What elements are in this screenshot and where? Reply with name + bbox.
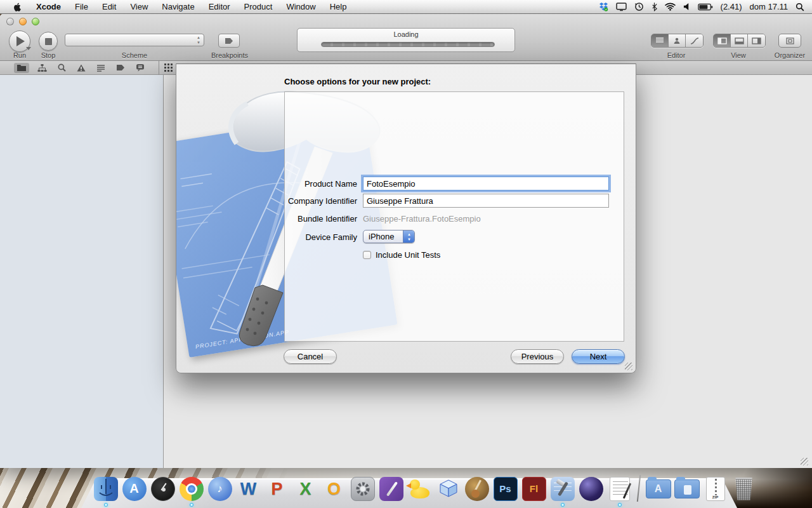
- dock-documents-folder[interactable]: [674, 476, 700, 502]
- wifi-icon[interactable]: [665, 3, 676, 11]
- symbol-navigator-icon[interactable]: [37, 64, 47, 72]
- stop-label: Stop: [41, 51, 56, 59]
- next-button[interactable]: Next: [572, 349, 625, 364]
- zip-archive-icon: ZIP: [706, 477, 725, 501]
- dock-word[interactable]: W: [235, 476, 261, 502]
- dock-flash[interactable]: Fl: [521, 476, 547, 502]
- menu-product[interactable]: Product: [237, 0, 280, 14]
- device-family-label: Device Family: [285, 232, 357, 242]
- dock-excel[interactable]: X: [292, 476, 318, 502]
- dock-applications-folder[interactable]: A: [645, 476, 671, 502]
- dock-divider[interactable]: [637, 475, 641, 502]
- dock-photoshop[interactable]: Ps: [492, 476, 518, 502]
- dock-xcode[interactable]: [549, 476, 575, 502]
- device-family-popup[interactable]: iPhone ▲▼: [363, 230, 415, 243]
- utilities-view-segment[interactable]: [748, 34, 765, 47]
- dock-cyberduck[interactable]: [407, 476, 433, 502]
- menu-editor[interactable]: Editor: [202, 0, 237, 14]
- minimize-button[interactable]: [19, 18, 27, 25]
- breakpoint-icon: [225, 37, 234, 44]
- sheet-resize-grip[interactable]: [625, 363, 632, 370]
- dock-itunes[interactable]: ♪: [207, 476, 233, 502]
- dock-eclipse[interactable]: [578, 476, 604, 502]
- dock-virtualbox[interactable]: [435, 476, 461, 502]
- menu-navigate[interactable]: Navigate: [155, 0, 201, 14]
- screen: Xcode File Edit View Navigate Editor Pro…: [0, 0, 812, 508]
- dock-textedit[interactable]: [606, 476, 632, 502]
- close-button[interactable]: [6, 18, 14, 25]
- spotlight-icon[interactable]: [796, 3, 804, 11]
- scheme-popup[interactable]: ▲▼: [65, 34, 204, 46]
- menu-clock[interactable]: dom 17.11: [750, 2, 788, 11]
- dock-powerpoint[interactable]: P: [264, 476, 290, 502]
- version-editor-segment[interactable]: [686, 34, 703, 47]
- battery-time-label[interactable]: (2.41): [721, 2, 742, 11]
- dock-dashboard[interactable]: [150, 476, 176, 502]
- menu-help[interactable]: Help: [323, 0, 354, 14]
- debug-navigator-icon[interactable]: [136, 64, 145, 72]
- zoom-button[interactable]: [32, 18, 39, 25]
- bundle-identifier-label: Bundle Identifier: [285, 214, 357, 224]
- related-items-icon[interactable]: [164, 64, 173, 72]
- options-panel: Product Name Company Identifier Bundle I…: [284, 91, 624, 342]
- dock-zip-archive[interactable]: ZIP: [702, 476, 728, 502]
- menu-xcode[interactable]: Xcode: [29, 0, 68, 14]
- navigator-view-segment[interactable]: [714, 34, 731, 47]
- run-dropdown-caret-icon: [26, 47, 31, 50]
- run-button[interactable]: [9, 30, 30, 52]
- organizer-button[interactable]: [778, 34, 801, 48]
- organizer-label: Organizer: [775, 51, 805, 59]
- itunes-icon: ♪: [208, 477, 232, 501]
- log-navigator-icon[interactable]: [96, 64, 105, 72]
- system-preferences-icon: [351, 477, 375, 501]
- dock-finder[interactable]: [93, 476, 119, 502]
- documents-folder-icon: [674, 479, 700, 498]
- pixel-editor-icon: [379, 477, 403, 501]
- assistant-editor-segment[interactable]: [669, 34, 686, 47]
- window-resize-grip[interactable]: [801, 458, 808, 465]
- menu-file[interactable]: File: [68, 0, 95, 14]
- breakpoints-button[interactable]: [218, 34, 240, 48]
- dock-outlook[interactable]: O: [321, 476, 347, 502]
- standard-editor-segment[interactable]: [652, 34, 669, 47]
- cancel-button[interactable]: Cancel: [284, 349, 337, 364]
- search-navigator-icon[interactable]: [58, 64, 66, 72]
- eclipse-icon: [579, 477, 603, 501]
- bluetooth-icon[interactable]: [652, 2, 657, 11]
- issue-navigator-icon[interactable]: [77, 64, 86, 72]
- project-navigator-icon[interactable]: [14, 63, 29, 73]
- word-icon: W: [240, 477, 256, 501]
- menu-view[interactable]: View: [123, 0, 155, 14]
- menu-window[interactable]: Window: [279, 0, 322, 14]
- dock-app-store[interactable]: A: [121, 476, 147, 502]
- view-label: View: [731, 51, 746, 59]
- dropbox-icon[interactable]: [599, 2, 608, 11]
- volume-icon[interactable]: [683, 3, 690, 11]
- textedit-icon: [610, 477, 630, 501]
- time-machine-icon[interactable]: [634, 2, 644, 11]
- new-project-options-sheet: Choose options for your new project: PRO…: [176, 64, 636, 373]
- display-icon[interactable]: [616, 3, 627, 11]
- previous-button[interactable]: Previous: [511, 349, 564, 364]
- photoshop-icon: Ps: [494, 477, 518, 501]
- company-identifier-input[interactable]: [363, 194, 609, 208]
- stop-button[interactable]: [39, 32, 58, 51]
- include-unit-tests-checkbox[interactable]: [363, 251, 371, 259]
- company-identifier-label: Company Identifier: [285, 196, 357, 206]
- dashboard-icon: [151, 477, 175, 501]
- breakpoint-navigator-icon[interactable]: [116, 64, 125, 71]
- scheme-label: Scheme: [122, 51, 147, 59]
- dock-system-preferences[interactable]: [350, 476, 376, 502]
- product-name-label: Product Name: [285, 179, 357, 189]
- activity-progress-bar: [321, 42, 495, 47]
- menu-bar-status: (2.41) dom 17.11: [599, 2, 812, 11]
- battery-icon[interactable]: [698, 3, 713, 11]
- dock-pixel-editor[interactable]: [378, 476, 404, 502]
- dock-trash[interactable]: [731, 476, 757, 502]
- apple-menu[interactable]: [6, 0, 29, 14]
- product-name-input[interactable]: [363, 177, 609, 190]
- dock-chrome[interactable]: [178, 476, 204, 502]
- menu-edit[interactable]: Edit: [95, 0, 123, 14]
- debug-view-segment[interactable]: [731, 34, 748, 47]
- dock-garageband[interactable]: [464, 476, 490, 502]
